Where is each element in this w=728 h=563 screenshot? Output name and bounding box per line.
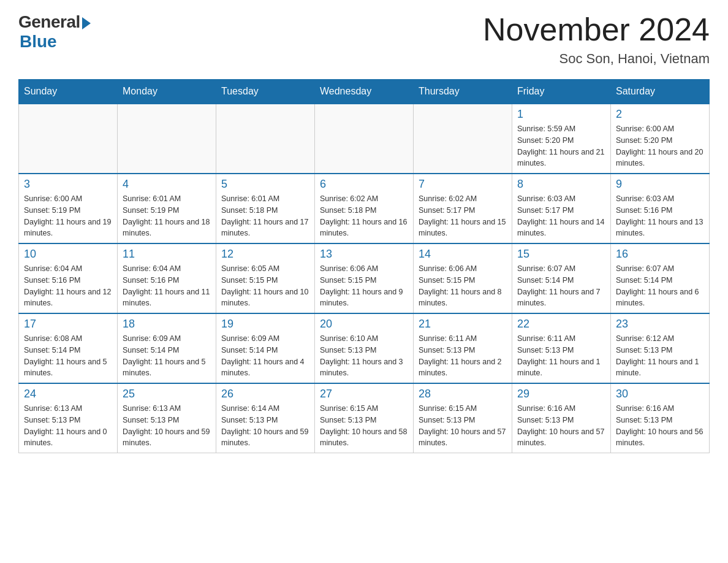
day-info: Sunrise: 6:16 AMSunset: 5:13 PMDaylight:… [616, 403, 704, 449]
calendar-day-cell: 4Sunrise: 6:01 AMSunset: 5:19 PMDaylight… [118, 174, 216, 243]
day-number: 24 [24, 388, 112, 400]
calendar-weekday-header: Thursday [414, 80, 512, 104]
day-info: Sunrise: 6:02 AMSunset: 5:18 PMDaylight:… [320, 193, 408, 239]
calendar-weekday-header: Wednesday [315, 80, 414, 104]
calendar-day-cell: 9Sunrise: 6:03 AMSunset: 5:16 PMDaylight… [611, 174, 710, 243]
calendar-day-cell: 7Sunrise: 6:02 AMSunset: 5:17 PMDaylight… [414, 174, 512, 243]
calendar-day-cell: 19Sunrise: 6:09 AMSunset: 5:14 PMDayligh… [216, 313, 315, 383]
calendar-day-cell: 15Sunrise: 6:07 AMSunset: 5:14 PMDayligh… [512, 243, 611, 313]
logo-general-text: General [18, 12, 80, 32]
calendar-day-cell [216, 104, 315, 174]
day-info: Sunrise: 6:12 AMSunset: 5:13 PMDaylight:… [616, 333, 704, 379]
calendar-day-cell [118, 104, 216, 174]
day-number: 26 [221, 388, 309, 400]
calendar-weekday-header: Monday [118, 80, 216, 104]
day-number: 27 [320, 388, 408, 400]
calendar-day-cell: 27Sunrise: 6:15 AMSunset: 5:13 PMDayligh… [315, 383, 414, 453]
calendar-day-cell: 1Sunrise: 5:59 AMSunset: 5:20 PMDaylight… [512, 104, 611, 174]
day-info: Sunrise: 6:13 AMSunset: 5:13 PMDaylight:… [24, 403, 112, 449]
calendar-header-row: SundayMondayTuesdayWednesdayThursdayFrid… [19, 80, 710, 104]
calendar-table: SundayMondayTuesdayWednesdayThursdayFrid… [18, 79, 710, 453]
day-info: Sunrise: 6:04 AMSunset: 5:16 PMDaylight:… [123, 263, 211, 309]
day-info: Sunrise: 6:09 AMSunset: 5:14 PMDaylight:… [221, 333, 309, 379]
logo-blue-text: Blue [20, 32, 57, 52]
calendar-weekday-header: Saturday [611, 80, 710, 104]
day-info: Sunrise: 6:09 AMSunset: 5:14 PMDaylight:… [123, 333, 211, 379]
day-number: 8 [517, 178, 605, 191]
day-number: 17 [24, 318, 112, 331]
day-info: Sunrise: 6:06 AMSunset: 5:15 PMDaylight:… [320, 263, 408, 309]
day-number: 15 [517, 248, 605, 261]
day-number: 29 [517, 388, 605, 400]
calendar-day-cell: 3Sunrise: 6:00 AMSunset: 5:19 PMDaylight… [19, 174, 118, 243]
day-info: Sunrise: 6:01 AMSunset: 5:18 PMDaylight:… [221, 193, 309, 239]
calendar-week-row: 3Sunrise: 6:00 AMSunset: 5:19 PMDaylight… [19, 174, 710, 243]
day-number: 20 [320, 318, 408, 331]
day-info: Sunrise: 6:08 AMSunset: 5:14 PMDaylight:… [24, 333, 112, 379]
day-number: 21 [419, 318, 507, 331]
title-section: November 2024 Soc Son, Hanoi, Vietnam [483, 12, 710, 67]
day-number: 5 [221, 178, 309, 191]
day-info: Sunrise: 5:59 AMSunset: 5:20 PMDaylight:… [517, 123, 605, 169]
day-number: 18 [123, 318, 211, 331]
calendar-week-row: 17Sunrise: 6:08 AMSunset: 5:14 PMDayligh… [19, 313, 710, 383]
calendar-day-cell: 29Sunrise: 6:16 AMSunset: 5:13 PMDayligh… [512, 383, 611, 453]
calendar-day-cell: 12Sunrise: 6:05 AMSunset: 5:15 PMDayligh… [216, 243, 315, 313]
calendar-day-cell: 11Sunrise: 6:04 AMSunset: 5:16 PMDayligh… [118, 243, 216, 313]
calendar-day-cell: 8Sunrise: 6:03 AMSunset: 5:17 PMDaylight… [512, 174, 611, 243]
logo: General Blue [18, 12, 91, 52]
day-info: Sunrise: 6:00 AMSunset: 5:19 PMDaylight:… [24, 193, 112, 239]
calendar-day-cell: 30Sunrise: 6:16 AMSunset: 5:13 PMDayligh… [611, 383, 710, 453]
day-number: 28 [419, 388, 507, 400]
month-title: November 2024 [483, 12, 710, 47]
day-number: 16 [616, 248, 704, 261]
day-info: Sunrise: 6:04 AMSunset: 5:16 PMDaylight:… [24, 263, 112, 309]
day-number: 30 [616, 388, 704, 400]
location-subtitle: Soc Son, Hanoi, Vietnam [483, 51, 710, 67]
calendar-week-row: 1Sunrise: 5:59 AMSunset: 5:20 PMDaylight… [19, 104, 710, 174]
day-info: Sunrise: 6:06 AMSunset: 5:15 PMDaylight:… [419, 263, 507, 309]
calendar-day-cell: 20Sunrise: 6:10 AMSunset: 5:13 PMDayligh… [315, 313, 414, 383]
day-info: Sunrise: 6:14 AMSunset: 5:13 PMDaylight:… [221, 403, 309, 449]
calendar-day-cell [19, 104, 118, 174]
day-info: Sunrise: 6:01 AMSunset: 5:19 PMDaylight:… [123, 193, 211, 239]
calendar-week-row: 10Sunrise: 6:04 AMSunset: 5:16 PMDayligh… [19, 243, 710, 313]
day-number: 23 [616, 318, 704, 331]
day-number: 4 [123, 178, 211, 191]
calendar-day-cell: 23Sunrise: 6:12 AMSunset: 5:13 PMDayligh… [611, 313, 710, 383]
calendar-day-cell: 22Sunrise: 6:11 AMSunset: 5:13 PMDayligh… [512, 313, 611, 383]
calendar-day-cell: 26Sunrise: 6:14 AMSunset: 5:13 PMDayligh… [216, 383, 315, 453]
day-number: 3 [24, 178, 112, 191]
day-info: Sunrise: 6:03 AMSunset: 5:17 PMDaylight:… [517, 193, 605, 239]
calendar-day-cell: 13Sunrise: 6:06 AMSunset: 5:15 PMDayligh… [315, 243, 414, 313]
calendar-day-cell: 18Sunrise: 6:09 AMSunset: 5:14 PMDayligh… [118, 313, 216, 383]
calendar-weekday-header: Tuesday [216, 80, 315, 104]
day-info: Sunrise: 6:03 AMSunset: 5:16 PMDaylight:… [616, 193, 704, 239]
day-info: Sunrise: 6:10 AMSunset: 5:13 PMDaylight:… [320, 333, 408, 379]
day-info: Sunrise: 6:15 AMSunset: 5:13 PMDaylight:… [320, 403, 408, 449]
calendar-day-cell: 21Sunrise: 6:11 AMSunset: 5:13 PMDayligh… [414, 313, 512, 383]
day-number: 6 [320, 178, 408, 191]
day-info: Sunrise: 6:15 AMSunset: 5:13 PMDaylight:… [419, 403, 507, 449]
day-info: Sunrise: 6:07 AMSunset: 5:14 PMDaylight:… [616, 263, 704, 309]
calendar-day-cell: 2Sunrise: 6:00 AMSunset: 5:20 PMDaylight… [611, 104, 710, 174]
calendar-day-cell [414, 104, 512, 174]
day-number: 10 [24, 248, 112, 261]
day-number: 2 [616, 108, 704, 121]
day-info: Sunrise: 6:02 AMSunset: 5:17 PMDaylight:… [419, 193, 507, 239]
calendar-day-cell [315, 104, 414, 174]
calendar-day-cell: 6Sunrise: 6:02 AMSunset: 5:18 PMDaylight… [315, 174, 414, 243]
calendar-day-cell: 16Sunrise: 6:07 AMSunset: 5:14 PMDayligh… [611, 243, 710, 313]
day-info: Sunrise: 6:05 AMSunset: 5:15 PMDaylight:… [221, 263, 309, 309]
day-info: Sunrise: 6:13 AMSunset: 5:13 PMDaylight:… [123, 403, 211, 449]
day-number: 7 [419, 178, 507, 191]
day-info: Sunrise: 6:11 AMSunset: 5:13 PMDaylight:… [517, 333, 605, 379]
calendar-day-cell: 10Sunrise: 6:04 AMSunset: 5:16 PMDayligh… [19, 243, 118, 313]
logo-arrow-icon [82, 17, 91, 29]
day-number: 19 [221, 318, 309, 331]
day-info: Sunrise: 6:16 AMSunset: 5:13 PMDaylight:… [517, 403, 605, 449]
calendar-weekday-header: Friday [512, 80, 611, 104]
day-number: 25 [123, 388, 211, 400]
page-header: General Blue November 2024 Soc Son, Hano… [18, 12, 710, 67]
day-info: Sunrise: 6:00 AMSunset: 5:20 PMDaylight:… [616, 123, 704, 169]
